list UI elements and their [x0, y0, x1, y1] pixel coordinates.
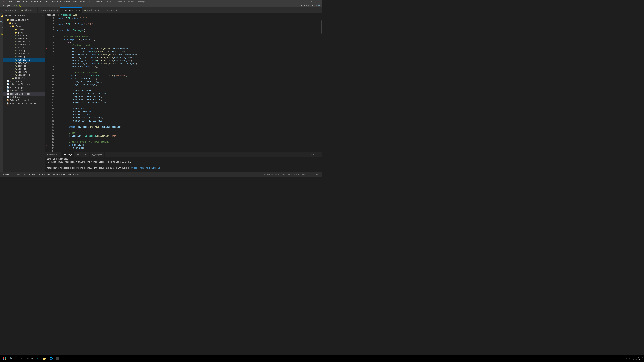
git-icon-item[interactable]: ⎇ main [1, 173, 11, 176]
menu-run[interactable]: Run [72, 0, 78, 3]
menu-help[interactable]: Help [105, 0, 112, 3]
tab-close-auth[interactable]: × [116, 9, 118, 11]
title-label: social-framework - message.js [115, 0, 150, 3]
minimize-button[interactable]: — [305, 0, 309, 3]
tree-sql-db[interactable]: 📄 sql_db.psql [3, 86, 45, 89]
tree-album-js[interactable]: JS album.js [3, 37, 45, 40]
tab-comment-js[interactable]: JS comment.js × [38, 7, 60, 13]
tree-index-js[interactable]: JS index.js [3, 77, 45, 80]
project-label[interactable]: ▸ [1, 4, 2, 7]
menu-refactor[interactable]: Refactor [50, 0, 63, 3]
menu-view[interactable]: View [22, 0, 30, 3]
code-line-40: collection = DB.Client.collection('chat'… [57, 135, 319, 138]
tree-visitor-js[interactable]: JS visitor.js [3, 73, 45, 77]
search-side-icon[interactable]: 🔍 [0, 19, 3, 24]
menu-build[interactable]: Build [63, 0, 72, 3]
tree-file-js[interactable]: JS file.js [3, 49, 45, 52]
memory-display: 1314/2346 [275, 174, 285, 176]
tab-like-js[interactable]: JS like.js × [19, 7, 38, 13]
run-icon[interactable]: ▶ [16, 4, 18, 7]
code-line-44: user_ids: [57, 147, 319, 150]
maximize-button[interactable]: □ [310, 0, 314, 3]
current-file-label[interactable]: Current File [298, 4, 314, 7]
problems-item[interactable]: ⊘ Problems [23, 173, 36, 176]
services-item[interactable]: ◈ Services [52, 173, 66, 176]
tree-article-js[interactable]: JS article.js [3, 40, 45, 43]
tree-package-lock[interactable]: 📄 package-lock.json [3, 92, 45, 95]
tree-user-js[interactable]: JS user.js [3, 67, 45, 70]
terminal-minimize-icon[interactable]: — [318, 153, 319, 156]
tab-close-user[interactable]: × [15, 9, 16, 11]
tree-notify-js[interactable]: JS notify.js [3, 61, 45, 64]
tree-classes[interactable]: ▾ 📁 classes [3, 25, 45, 28]
tab-message-js[interactable]: JS message.js × [60, 7, 82, 13]
code-editor[interactable]: ● ● ● ● [45, 17, 322, 152]
tree-scratches[interactable]: ▸ 📋 Scratches and Consoles [3, 102, 45, 105]
settings-icon[interactable]: ⚙ [14, 4, 16, 7]
tab-post-js[interactable]: JS post.js × [82, 7, 101, 13]
tree-social-framework[interactable]: ▾ 📁 social-framework [3, 18, 45, 22]
terminal-settings-icon[interactable]: ⚙ [311, 153, 312, 156]
tab-close-comment[interactable]: × [56, 9, 58, 11]
terminal-link[interactable]: https://aka.ms/PSWindows [131, 167, 160, 169]
git-branch-indicator[interactable]: ⎇ [315, 4, 317, 7]
close-button[interactable]: ✕ [316, 0, 319, 3]
profiler-item[interactable]: ◎ Profiler [67, 173, 81, 176]
code-line-33: delete_to: null, [57, 113, 319, 116]
menu-navigate[interactable]: Navigate [30, 0, 42, 3]
menu-window[interactable]: Window [94, 0, 104, 3]
debug-icon[interactable]: 🐛 [18, 4, 21, 7]
scrollbar-thumb[interactable] [321, 20, 322, 34]
tree-label: Scratches and Consoles [10, 102, 36, 105]
tree-comment-js[interactable]: JS comment.js [3, 43, 45, 46]
tree-post-js[interactable]: JS post.js [3, 64, 45, 67]
debug-side-icon[interactable]: 🐛 [0, 31, 3, 36]
gutter: ● ● ● ● [45, 17, 48, 152]
terminal-tab-cmessage[interactable]: CMessage [61, 152, 75, 157]
menu-edit[interactable]: Edit [14, 0, 22, 3]
terminal-tab-aggregate[interactable]: Aggregate [90, 152, 105, 157]
terminal-tab-terminal[interactable]: ⊞ Terminal [45, 152, 61, 157]
code-line-39: //чат [57, 132, 319, 135]
tree-forum[interactable]: ▸ 📁 forum [3, 28, 45, 31]
tab-auth-js[interactable]: JS auth.js × [101, 7, 120, 13]
code-line-42: //поиск чата с этим пользователем [57, 141, 319, 144]
explorer-icon[interactable]: 📁 [0, 14, 3, 18]
sidebar-options-icon[interactable]: ⋯ [42, 14, 43, 17]
editor-scrollbar[interactable] [320, 17, 322, 152]
tree-readme[interactable]: 📄 README.md [3, 95, 45, 99]
code-content[interactable]: import { DB } from "./db"; import { CFil… [56, 17, 320, 152]
tree-friend-js[interactable]: JS friend.js [3, 52, 45, 55]
tab-close-like[interactable]: × [34, 9, 35, 11]
terminal-tab-getbyid[interactable]: GetByld() [74, 152, 90, 157]
code-line-8: static async Add( fields ) { [57, 38, 319, 41]
tree-group[interactable]: ▸ 📁 group [3, 31, 45, 34]
terminal-close-icon[interactable]: × [320, 153, 321, 156]
tree-admin-js[interactable]: JS admin.js [3, 34, 45, 37]
tree-gitignore[interactable]: 📄 .gitignore [3, 80, 45, 83]
terminal-chevron-icon[interactable]: ⌄ [315, 153, 316, 156]
tree-video-js[interactable]: JS video.js [3, 70, 45, 73]
menu-file[interactable]: File [6, 0, 14, 3]
tree-like-js[interactable]: JS like.js [3, 55, 45, 58]
tree-db-js[interactable]: JS db.js [3, 46, 45, 49]
tree-message-js[interactable]: JS message.js [3, 58, 45, 61]
menu-tools[interactable]: Tools [79, 0, 88, 3]
tree-babel-config[interactable]: 📄 babel.config.json [3, 83, 45, 86]
terminal-item[interactable]: ⊞ Terminal [38, 173, 51, 176]
terminal-content[interactable]: Windows PowerShell (С) Корпорация Майкро… [45, 157, 322, 172]
folder-icon: 📦 [6, 99, 9, 102]
search-icon[interactable]: 🔍 [318, 4, 321, 7]
terminal-add-icon[interactable]: + [313, 153, 314, 156]
menu-git[interactable]: Git [88, 0, 94, 3]
tab-close-message[interactable]: × [79, 9, 80, 12]
tab-close-post[interactable]: × [98, 9, 99, 11]
tree-package-json[interactable]: 📄 package.json [3, 89, 45, 92]
git-side-icon[interactable]: ⎇ [0, 25, 3, 30]
errors-item[interactable]: ⚠ 1000 [12, 173, 21, 176]
tree-external-libraries[interactable]: ▸ 📦 External Libraries [3, 99, 45, 102]
tree-src[interactable]: ▾ 📁 src [3, 22, 45, 25]
menu-code[interactable]: Code [42, 0, 50, 3]
tab-user-js[interactable]: JS user.js × [0, 7, 19, 13]
project-name[interactable]: Project [3, 4, 12, 7]
